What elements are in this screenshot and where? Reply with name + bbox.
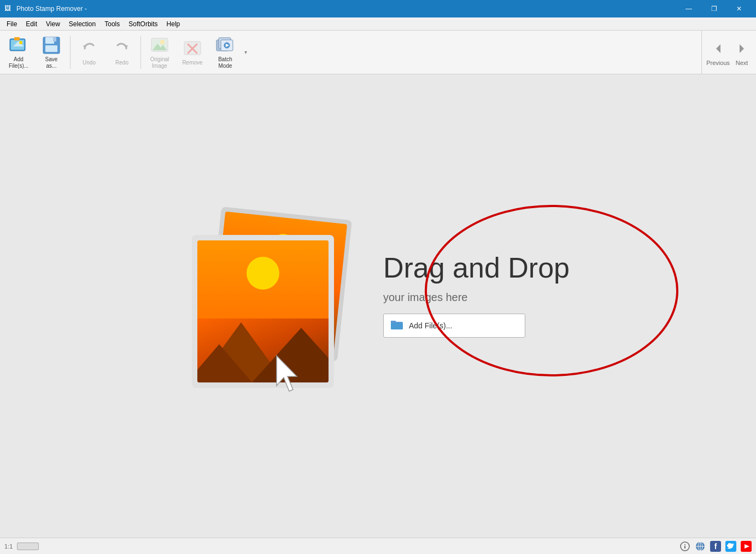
- redo-icon: [112, 39, 132, 58]
- image-illustration: [186, 202, 361, 388]
- zoom-indicator[interactable]: [17, 543, 39, 550]
- original-image-button[interactable]: OriginalImage: [143, 33, 176, 72]
- window-controls: — ❐ ✕: [676, 0, 752, 17]
- add-files-icon: [9, 36, 28, 55]
- remove-button[interactable]: Remove: [176, 33, 209, 72]
- minimize-button[interactable]: —: [676, 0, 701, 17]
- add-files-center-button[interactable]: Add File(s)...: [383, 314, 525, 338]
- undo-button[interactable]: Undo: [73, 33, 106, 72]
- title-bar: 🖼 Photo Stamp Remover - — ❐ ✕: [0, 0, 756, 17]
- globe-icon[interactable]: [695, 541, 706, 552]
- svg-marker-23: [716, 44, 720, 53]
- toolbar: AddFile(s)... Saveas... Undo: [0, 31, 756, 74]
- toolbar-extend-button[interactable]: ▾: [242, 36, 249, 69]
- menu-file[interactable]: File: [2, 17, 21, 30]
- zoom-level: 1:1: [4, 543, 13, 550]
- svg-point-4: [19, 41, 22, 44]
- image-card-front: [192, 235, 334, 388]
- svg-marker-39: [745, 544, 749, 549]
- add-files-center-label: Add File(s)...: [409, 321, 452, 330]
- undo-icon: [79, 39, 99, 58]
- svg-rect-34: [684, 546, 685, 549]
- svg-marker-9: [83, 45, 86, 49]
- batch-mode-label: BatchMode: [218, 56, 232, 69]
- save-as-button[interactable]: Saveas...: [35, 33, 68, 72]
- svg-rect-7: [45, 45, 57, 52]
- separator-1: [70, 36, 71, 69]
- redo-button[interactable]: Redo: [106, 33, 138, 72]
- save-as-label: Saveas...: [45, 56, 58, 69]
- undo-label: Undo: [83, 60, 96, 66]
- main-content: Drag and Drop your images here Add File(…: [0, 74, 756, 538]
- status-left: 1:1: [4, 543, 39, 550]
- twitter-icon[interactable]: [725, 541, 736, 552]
- menu-edit[interactable]: Edit: [21, 17, 42, 30]
- batch-mode-button[interactable]: BatchMode: [209, 33, 242, 72]
- svg-rect-8: [53, 37, 56, 42]
- status-right: f: [679, 541, 752, 552]
- svg-point-33: [684, 544, 685, 545]
- remove-icon: [183, 39, 202, 58]
- maximize-button[interactable]: ❐: [701, 0, 726, 17]
- add-files-label: AddFile(s)...: [9, 56, 28, 69]
- next-nav-group: Next: [732, 39, 752, 66]
- menu-help[interactable]: Help: [162, 17, 185, 30]
- folder-icon: [390, 319, 403, 333]
- app-title: Photo Stamp Remover -: [16, 5, 676, 13]
- image-card-front-inner: [197, 240, 329, 382]
- drag-drop-area: Drag and Drop your images here Add File(…: [383, 252, 570, 338]
- original-image-label: OriginalImage: [150, 56, 169, 69]
- svg-point-14: [160, 40, 165, 44]
- menu-bar: File Edit View Selection Tools SoftOrbit…: [0, 17, 756, 31]
- menu-view[interactable]: View: [42, 17, 65, 30]
- toolbar-nav: Previous Next: [701, 31, 756, 74]
- app-icon: 🖼: [4, 4, 13, 13]
- facebook-icon[interactable]: f: [710, 541, 721, 552]
- center-drop-area: Drag and Drop your images here Add File(…: [186, 202, 570, 388]
- info-icon[interactable]: [679, 541, 690, 552]
- close-button[interactable]: ✕: [726, 0, 752, 17]
- next-label: Next: [736, 60, 748, 66]
- batch-mode-icon: [215, 36, 235, 55]
- svg-rect-2: [14, 37, 20, 40]
- save-as-icon: [42, 36, 61, 55]
- remove-label: Remove: [182, 60, 202, 66]
- separator-2: [140, 36, 141, 69]
- drag-drop-title: Drag and Drop: [383, 252, 570, 284]
- add-files-button[interactable]: AddFile(s)...: [2, 33, 35, 72]
- previous-button[interactable]: [708, 39, 728, 58]
- menu-tools[interactable]: Tools: [100, 17, 124, 30]
- next-button[interactable]: [732, 39, 752, 58]
- status-bar: 1:1 f: [0, 538, 756, 554]
- previous-nav-group: Previous: [706, 39, 730, 66]
- previous-label: Previous: [706, 60, 730, 66]
- drag-drop-subtitle: your images here: [383, 291, 468, 304]
- redo-label: Redo: [115, 60, 128, 66]
- sun-front: [247, 257, 279, 290]
- menu-softorbits[interactable]: SoftOrbits: [124, 17, 162, 30]
- original-image-icon: [150, 36, 169, 55]
- svg-rect-6: [45, 37, 54, 44]
- youtube-icon[interactable]: [741, 541, 752, 552]
- menu-selection[interactable]: Selection: [65, 17, 100, 30]
- svg-marker-10: [125, 45, 128, 49]
- svg-marker-24: [740, 44, 744, 53]
